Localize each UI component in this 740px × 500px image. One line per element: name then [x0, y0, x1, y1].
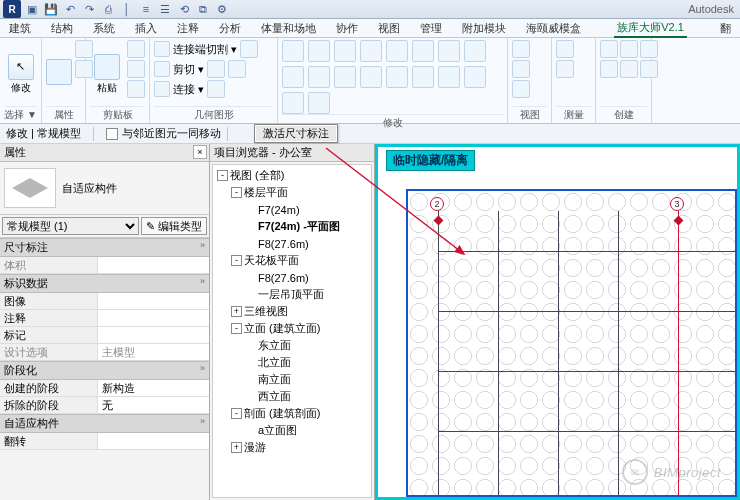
tree-node[interactable]: 北立面 [213, 354, 371, 371]
select-icon[interactable]: ☰ [157, 1, 173, 17]
join-button[interactable]: 连接▾ [154, 80, 225, 98]
drawing-area[interactable]: 临时隐藏/隔离 2 3 [375, 144, 740, 500]
create4-icon[interactable] [600, 60, 618, 78]
tree-node[interactable]: F8(27.6m) [213, 235, 371, 252]
print-icon[interactable]: ⎙ [100, 1, 116, 17]
close-icon[interactable]: × [193, 145, 207, 159]
create1-icon[interactable] [600, 40, 618, 58]
expand-icon[interactable]: - [231, 255, 242, 266]
undo-icon[interactable]: ↶ [62, 1, 78, 17]
paste-button[interactable]: 粘贴 [90, 40, 124, 106]
prop-flip[interactable]: 翻转 [0, 433, 209, 450]
ribbon-tab[interactable]: 管理 [417, 19, 445, 38]
type-selector-box[interactable]: 自适应构件 [0, 162, 209, 215]
browser-tree[interactable]: -视图 (全部)-楼层平面F7(24m)F7(24m) -平面图F8(27.6m… [212, 164, 372, 498]
tree-node[interactable]: -楼层平面 [213, 184, 371, 201]
trim-single-icon[interactable] [308, 66, 330, 88]
expand-icon[interactable]: - [231, 323, 242, 334]
tree-node[interactable]: a立面图 [213, 422, 371, 439]
edit-type-button[interactable]: ✎编辑类型 [141, 217, 207, 235]
cut-ext1-icon[interactable] [207, 60, 225, 78]
expand-icon[interactable]: + [231, 306, 242, 317]
create3-icon[interactable] [640, 40, 658, 58]
prop-phase-created[interactable]: 创建的阶段新构造 [0, 380, 209, 397]
ribbon-tab[interactable]: 结构 [48, 19, 76, 38]
hide-icon[interactable] [512, 40, 530, 58]
split-icon[interactable] [282, 66, 304, 88]
trim-corner-icon[interactable] [464, 40, 486, 62]
delete-icon[interactable] [464, 66, 486, 88]
cut-icon[interactable] [127, 40, 145, 58]
mirror-draw-icon[interactable] [412, 40, 434, 62]
tree-node[interactable]: +漫游 [213, 439, 371, 456]
trim-multi-icon[interactable] [334, 66, 356, 88]
copy-tool-icon[interactable] [360, 40, 382, 62]
ribbon-tab[interactable]: 建筑 [6, 19, 34, 38]
create5-icon[interactable] [620, 60, 638, 78]
measure-icon[interactable]: ≡ [138, 1, 154, 17]
override-icon[interactable] [512, 60, 530, 78]
join-ext-icon[interactable] [207, 80, 225, 98]
tree-node[interactable]: -视图 (全部) [213, 167, 371, 184]
prop-mark[interactable]: 标记 [0, 327, 209, 344]
ribbon-tab[interactable]: 族库大师V2.1 [614, 19, 687, 38]
prop-volume[interactable]: 体积 [0, 257, 209, 274]
grid-bubble-3[interactable]: 3 [670, 197, 684, 211]
cope-button[interactable]: 连接端切割▾ [154, 40, 258, 58]
grid-handle[interactable] [674, 216, 684, 226]
demolish-icon[interactable] [282, 92, 304, 114]
prop-image[interactable]: 图像 [0, 293, 209, 310]
tree-node[interactable]: F8(27.6m) [213, 269, 371, 286]
activate-dimensions-button[interactable]: 激活尺寸标注 [254, 124, 338, 143]
cut-ext2-icon[interactable] [228, 60, 246, 78]
unpin-icon[interactable] [438, 66, 460, 88]
tree-node[interactable]: -天花板平面 [213, 252, 371, 269]
sync-icon[interactable]: ⟲ [176, 1, 192, 17]
tree-node[interactable]: +三维视图 [213, 303, 371, 320]
modify-tool-button[interactable]: ↖ 修改 [4, 40, 37, 106]
prop-comment[interactable]: 注释 [0, 310, 209, 327]
ribbon-tab[interactable]: 海颐威模盒 [523, 19, 584, 38]
align-icon[interactable] [282, 40, 304, 62]
group-dimensions[interactable]: 尺寸标注 [0, 238, 209, 257]
measure-dist-icon[interactable] [556, 40, 574, 58]
tree-node[interactable]: 西立面 [213, 388, 371, 405]
ribbon-tab[interactable]: 体量和场地 [258, 19, 319, 38]
tree-node[interactable]: -立面 (建筑立面) [213, 320, 371, 337]
tree-node[interactable]: 一层吊顶平面 [213, 286, 371, 303]
cope-ext-icon[interactable] [240, 40, 258, 58]
mirror-axis-icon[interactable] [386, 40, 408, 62]
ribbon-tab[interactable]: 分析 [216, 19, 244, 38]
app-menu-button[interactable]: R [3, 0, 21, 18]
group-icon[interactable] [308, 92, 330, 114]
batch-icon[interactable]: ⧉ [195, 1, 211, 17]
type-selector-dropdown[interactable]: 常规模型 (1) [2, 217, 139, 235]
group-phasing[interactable]: 阶段化 [0, 361, 209, 380]
move-with-nearby-checkbox[interactable] [106, 128, 118, 140]
ribbon-tab[interactable]: 系统 [90, 19, 118, 38]
ribbon-tab[interactable]: 翻 [717, 19, 734, 38]
copy-icon[interactable] [127, 60, 145, 78]
group-identity[interactable]: 标识数据 [0, 274, 209, 293]
expand-icon[interactable]: - [217, 170, 228, 181]
ribbon-tab[interactable]: 注释 [174, 19, 202, 38]
addin-icon[interactable]: ⚙ [214, 1, 230, 17]
tree-node[interactable]: 南立面 [213, 371, 371, 388]
expand-icon[interactable]: - [231, 187, 242, 198]
prop-phase-demolished[interactable]: 拆除的阶段无 [0, 397, 209, 414]
close-icon[interactable]: × [214, 160, 370, 162]
grid-handle[interactable] [434, 216, 444, 226]
cut-button[interactable]: 剪切▾ [154, 60, 246, 78]
open-icon[interactable]: ▣ [24, 1, 40, 17]
rotate-icon[interactable] [438, 40, 460, 62]
offset-icon[interactable] [334, 40, 356, 62]
scale-icon[interactable] [386, 66, 408, 88]
match-icon[interactable] [127, 80, 145, 98]
ribbon-tab[interactable]: 协作 [333, 19, 361, 38]
redo-icon[interactable]: ↷ [81, 1, 97, 17]
ribbon-tab[interactable]: 插入 [132, 19, 160, 38]
grid-bubble-2[interactable]: 2 [430, 197, 444, 211]
tree-node[interactable]: F7(24m) -平面图 [213, 218, 371, 235]
create6-icon[interactable] [640, 60, 658, 78]
pin-icon[interactable] [412, 66, 434, 88]
